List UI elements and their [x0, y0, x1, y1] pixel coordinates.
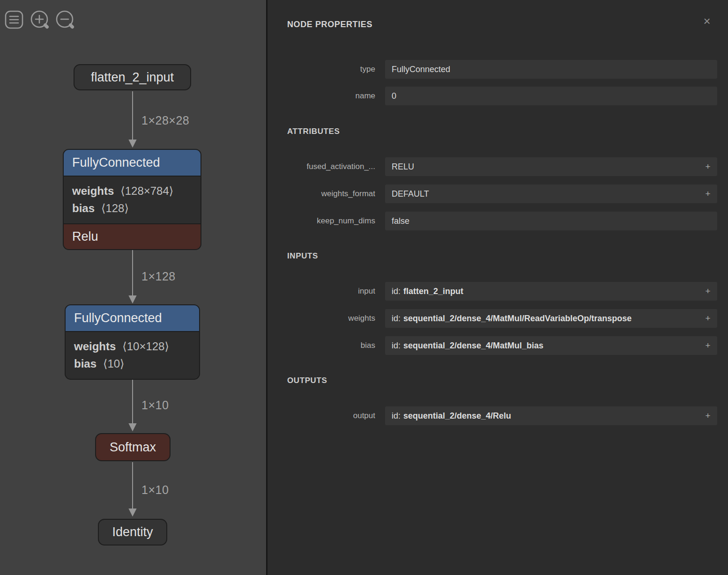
edge-label[interactable]: 1×10 [141, 483, 169, 497]
attribute-row-weights-format: weights_format DEFAULT + [267, 184, 728, 203]
edge-label[interactable]: 1×28×28 [141, 113, 189, 127]
attribute-row-keep-num-dims: keep_num_dims false [267, 212, 728, 230]
input-value[interactable]: id:sequential_2/dense_4/MatMul_bias + [385, 336, 717, 355]
arrowhead-icon [129, 140, 136, 147]
node-param: bias⟨10⟩ [74, 355, 191, 372]
expand-plus-icon[interactable]: + [698, 336, 717, 355]
arrowhead-icon [129, 509, 136, 516]
property-label: name [267, 87, 375, 105]
section-header-outputs: OUTPUTS [287, 376, 327, 385]
zoom-in-icon[interactable] [31, 11, 47, 27]
attribute-value[interactable]: DEFAULT + [385, 184, 717, 203]
node-param: weights⟨128×784⟩ [72, 182, 192, 199]
node-properties-panel: NODE PROPERTIES × type FullyConnected na… [266, 0, 728, 575]
node-header: FullyConnected [66, 305, 199, 331]
edge-label[interactable]: 1×10 [141, 398, 169, 412]
panel-title: NODE PROPERTIES [287, 20, 372, 29]
id-value: sequential_2/dense_4/MatMul/ReadVariable… [403, 314, 631, 323]
value-text: RELU [392, 162, 414, 171]
node-params: weights⟨10×128⟩ bias⟨10⟩ [66, 331, 199, 379]
value-text: 0 [392, 91, 396, 101]
attribute-value[interactable]: false [385, 212, 717, 230]
arrowhead-icon [129, 424, 136, 430]
menu-icon[interactable] [6, 11, 22, 28]
property-row-type: type FullyConnected [267, 60, 728, 79]
graph-node-softmax[interactable]: Softmax [95, 433, 171, 461]
value-text: DEFAULT [392, 189, 429, 199]
param-dims: ⟨128×784⟩ [120, 184, 173, 197]
node-param: bias⟨128⟩ [72, 199, 192, 217]
expand-plus-icon[interactable]: + [698, 184, 717, 203]
output-value[interactable]: id:sequential_2/dense_4/Relu + [385, 406, 717, 425]
arrowhead-icon [129, 296, 136, 302]
id-value: flatten_2_input [403, 287, 463, 296]
node-param: weights⟨10×128⟩ [74, 338, 191, 355]
attribute-row-fused-activation: fused_activation_... RELU + [267, 157, 728, 176]
graph-canvas[interactable]: 1×28×28 1×128 1×10 1×10 flatten_2_input … [0, 0, 266, 575]
node-title: Identity [112, 525, 153, 539]
edge-label[interactable]: 1×128 [141, 269, 176, 283]
node-title: flatten_2_input [91, 70, 174, 85]
input-value[interactable]: id:sequential_2/dense_4/MatMul/ReadVaria… [385, 309, 717, 328]
param-dims: ⟨10×128⟩ [122, 340, 169, 353]
activation-label: Relu [72, 229, 98, 244]
expand-plus-icon[interactable]: + [698, 309, 717, 328]
zoom-out-icon[interactable] [57, 11, 73, 27]
id-value: sequential_2/dense_4/Relu [403, 411, 511, 420]
param-name: weights [74, 340, 116, 353]
input-label: weights [267, 309, 375, 328]
input-label: bias [267, 336, 375, 355]
node-header: FullyConnected [64, 150, 201, 176]
graph-node-identity[interactable]: Identity [98, 519, 167, 546]
node-title: FullyConnected [72, 155, 160, 170]
output-label: output [267, 406, 375, 425]
expand-plus-icon[interactable]: + [698, 157, 717, 176]
property-label: type [267, 60, 375, 79]
id-prefix: id: [392, 314, 401, 323]
input-value[interactable]: id:flatten_2_input + [385, 282, 717, 301]
attribute-label: weights_format [267, 184, 375, 203]
node-activation: Relu [64, 223, 201, 249]
property-value[interactable]: 0 [385, 87, 717, 105]
id-prefix: id: [392, 287, 401, 296]
property-row-name: name 0 [267, 87, 728, 105]
section-header-inputs: INPUTS [287, 251, 318, 261]
id-prefix: id: [392, 411, 401, 420]
id-prefix: id: [392, 341, 401, 350]
input-label: input [267, 282, 375, 301]
node-params: weights⟨128×784⟩ bias⟨128⟩ [64, 176, 201, 223]
graph-node-fullyconnected-2[interactable]: FullyConnected weights⟨10×128⟩ bias⟨10⟩ [65, 304, 200, 380]
value-text: FullyConnected [392, 65, 450, 74]
section-header-attributes: ATTRIBUTES [287, 127, 340, 136]
node-title: FullyConnected [74, 311, 162, 325]
node-title: Softmax [110, 440, 156, 455]
id-value: sequential_2/dense_4/MatMul_bias [403, 341, 543, 350]
param-dims: ⟨10⟩ [103, 357, 124, 370]
param-name: weights [72, 184, 114, 197]
input-row-bias: bias id:sequential_2/dense_4/MatMul_bias… [267, 336, 728, 355]
attribute-value[interactable]: RELU + [385, 157, 717, 176]
property-value[interactable]: FullyConnected [385, 60, 717, 79]
graph-node-fullyconnected-1[interactable]: FullyConnected weights⟨128×784⟩ bias⟨128… [63, 149, 201, 250]
param-dims: ⟨128⟩ [101, 202, 129, 214]
output-row-output: output id:sequential_2/dense_4/Relu + [267, 406, 728, 425]
graph-node-input[interactable]: flatten_2_input [74, 64, 191, 90]
close-icon[interactable]: × [700, 14, 714, 28]
param-name: bias [72, 202, 95, 214]
graph-toolbar [0, 0, 84, 37]
expand-plus-icon[interactable]: + [698, 406, 717, 425]
input-row-input: input id:flatten_2_input + [267, 282, 728, 301]
attribute-label: keep_num_dims [267, 212, 375, 230]
attribute-label: fused_activation_... [267, 157, 375, 176]
value-text: false [392, 216, 409, 226]
expand-plus-icon[interactable]: + [698, 282, 717, 301]
input-row-weights: weights id:sequential_2/dense_4/MatMul/R… [267, 309, 728, 328]
param-name: bias [74, 357, 97, 370]
